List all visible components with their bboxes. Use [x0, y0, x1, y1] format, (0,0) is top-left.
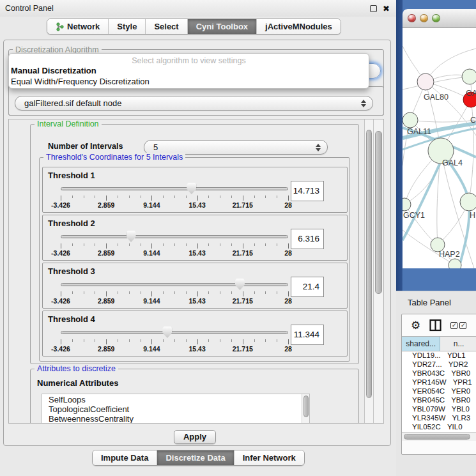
node-label: H [470, 211, 475, 220]
table-header: shared...n... [402, 336, 476, 351]
node-label: GAL4 [442, 158, 463, 167]
node-label: GA [466, 89, 476, 98]
table-row[interactable]: YLR345WYLR3 [402, 414, 476, 423]
tab-cyni-toolbox[interactable]: Cyni Toolbox [187, 19, 256, 34]
slider-tick-labels: -3.4262.8599.14415.4321.71528 [43, 249, 347, 257]
bottom-tab-bar: Impute DataDiscretize DataInfer Network [92, 450, 305, 466]
table-data-combobox[interactable]: galFiltered.sif default node [15, 96, 373, 111]
float-window-icon[interactable] [370, 5, 377, 12]
number-of-intervals-label: Number of Intervals [48, 142, 123, 151]
gear-icon[interactable]: ⚙ [411, 320, 420, 331]
tab-network[interactable]: Network [47, 19, 108, 34]
network-node[interactable] [462, 69, 476, 84]
network-window-backdrop: GAL80GACGAL11GAL4GCY1HHAP2 [396, 0, 476, 291]
network-node[interactable] [449, 259, 461, 268]
apply-button[interactable]: Apply [174, 430, 216, 444]
threshold-row: Threshold 1 -3.4262.8599.14415.4321.7152… [42, 167, 348, 213]
cyni-toolbox-panel: Discretization Algorithm Select algorith… [3, 40, 391, 446]
table-rows: YDL19...YDL1YDR27...YDR2YBR043CYBR0YPR14… [402, 351, 476, 432]
threshold-row: Threshold 3 -3.4262.8599.14415.4321.7152… [42, 263, 348, 309]
table-cell: YLR3 [445, 414, 476, 423]
tab-infer-network[interactable]: Infer Network [234, 450, 304, 465]
interval-definition-group: Interval Definition Number of Intervals … [30, 124, 359, 364]
combo-spinner-icon [316, 144, 321, 151]
panel-title: Control Panel [0, 4, 54, 13]
tab-label: Cyni Toolbox [196, 22, 248, 31]
mac-minimize-button[interactable] [420, 14, 428, 22]
threshold-value-field[interactable]: 6.316 [291, 229, 324, 249]
slider-handle[interactable] [187, 183, 196, 194]
number-of-intervals-value: 5 [144, 142, 316, 152]
mac-close-button[interactable] [408, 14, 416, 22]
threshold-row: Threshold 2 -3.4262.8599.14415.4321.7152… [42, 215, 348, 261]
tab-discretize-data[interactable]: Discretize Data [157, 450, 233, 465]
tab-select[interactable]: Select [145, 19, 187, 34]
network-node[interactable] [403, 112, 418, 128]
table-toolbar: ⚙ ✓ ✓ [402, 314, 476, 336]
threshold-value-field[interactable]: 11.344 [291, 325, 324, 345]
column-header[interactable]: n... [440, 337, 476, 351]
network-node[interactable] [460, 193, 476, 211]
table-row[interactable]: YDR27...YDR2 [402, 360, 476, 369]
table-cell: YBL0 [445, 405, 476, 414]
split-column-icon[interactable] [429, 319, 441, 332]
network-node[interactable] [417, 73, 434, 90]
slider-handle[interactable] [127, 231, 136, 242]
algorithm-dropdown-popup: Select algorithm to view settings Manual… [8, 53, 369, 89]
table-cell: YER0 [445, 387, 476, 396]
table-row[interactable]: YBR045CYBR0 [402, 396, 476, 405]
thresholds-group: Threshold's Coordinates for 5 Intervals … [39, 157, 350, 362]
slider-tick-labels: -3.4262.8599.14415.4321.71528 [43, 297, 347, 305]
tab-label: Discretize Data [165, 453, 225, 463]
column-header[interactable]: shared... [402, 337, 440, 351]
scrollbar-thumb[interactable] [404, 434, 470, 440]
settings-scroll-viewport: Interval Definition Number of Intervals … [8, 119, 384, 424]
checkbox-icon[interactable]: ✓ [459, 322, 466, 329]
list-item[interactable]: TopologicalCoefficient [42, 404, 309, 413]
node-label: GAL80 [424, 93, 449, 102]
threshold-value-field[interactable]: 14.713 [291, 181, 324, 201]
list-item[interactable]: BetweennessCentrality [42, 413, 309, 423]
table-row[interactable]: YIL052CYIL0 [402, 423, 476, 432]
slider-track[interactable] [61, 235, 288, 238]
dropdown-option[interactable]: Equal Width/Frequency Discretization [9, 76, 369, 87]
slider-major-ticks [61, 196, 289, 201]
slider-major-ticks [61, 339, 289, 344]
table-row[interactable]: YPR145WYPR1 [402, 378, 476, 387]
network-node[interactable] [403, 198, 411, 211]
slider-major-ticks [61, 243, 289, 249]
table-row[interactable]: YBL079WYBL0 [402, 405, 476, 414]
node-label: GCY1 [403, 211, 425, 220]
tab-style[interactable]: Style [108, 19, 145, 34]
network-edge [403, 77, 470, 89]
dropdown-option[interactable]: Manual Discretization [9, 65, 369, 76]
list-scrollbar[interactable] [302, 394, 309, 424]
slider-handle[interactable] [162, 326, 172, 338]
settings-scrollbar[interactable] [364, 119, 373, 423]
slider-track[interactable] [61, 187, 288, 190]
slider-handle[interactable] [235, 279, 245, 290]
network-window-titlebar[interactable] [403, 9, 476, 28]
table-cell: YLR345W [402, 414, 445, 423]
tab-impute-data[interactable]: Impute Data [93, 450, 157, 465]
table-row[interactable]: YBR043CYBR0 [402, 369, 476, 378]
checkbox-icon[interactable]: ✓ [450, 322, 457, 329]
table-horizontal-scrollbar[interactable] [402, 432, 476, 441]
dropdown-hint: Select algorithm to view settings [9, 54, 369, 65]
table-cell: YIL052C [402, 423, 441, 432]
slider-track[interactable] [61, 283, 288, 286]
node-label: GAL11 [407, 127, 431, 136]
tab-jactivemnodules[interactable]: jActiveMNodules [256, 19, 341, 34]
control-panel: Control Panel ✖ NetworkStyleSelectCyni T… [0, 0, 396, 476]
network-canvas[interactable]: GAL80GACGAL11GAL4GCY1HHAP2 [403, 28, 476, 268]
slider-track[interactable] [61, 331, 288, 334]
close-icon[interactable]: ✖ [383, 5, 390, 12]
threshold-label: Threshold 1 [48, 171, 95, 180]
panel-scrollbar[interactable] [373, 119, 383, 423]
threshold-value-field[interactable]: 21.4 [291, 277, 324, 297]
table-row[interactable]: YER054CYER0 [402, 387, 476, 396]
table-cell: YDL1 [441, 351, 476, 360]
mac-zoom-button[interactable] [432, 14, 440, 22]
list-item[interactable]: SelfLoops [42, 394, 309, 404]
table-row[interactable]: YDL19...YDL1 [402, 351, 476, 360]
